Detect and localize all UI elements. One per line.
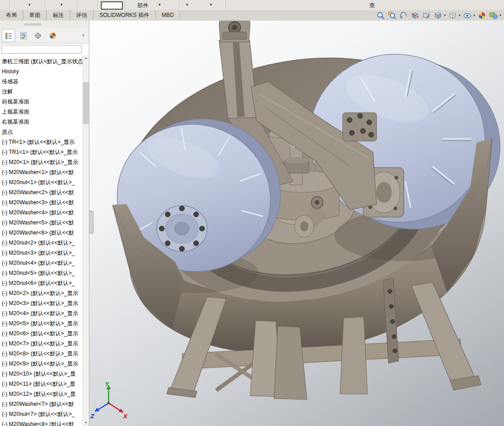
scroll-thumb[interactable] (83, 82, 89, 124)
tree-item[interactable]: 磨机三维图 (默认<默认_显示状态- (0, 56, 83, 66)
tree-item[interactable]: (-) M20nut<1> (默认<<默认>_ (0, 177, 83, 187)
flyout-caret-icon[interactable]: ▾ (60, 2, 63, 7)
triad-x-label: X (123, 413, 128, 420)
tree-item[interactable]: 前视基准面 (0, 97, 83, 107)
view-orientation-button[interactable] (434, 11, 443, 20)
tree-item[interactable]: 注解 (0, 87, 83, 97)
ribbon-tab[interactable]: MBD (156, 10, 181, 21)
display-style-button[interactable] (449, 11, 457, 20)
tree-item[interactable]: (-) M20<6> (默认<<默认>_显示 (0, 328, 83, 339)
tree-item[interactable]: (-) M20<10> (默认<<默认>_显 (0, 369, 83, 379)
tree-item[interactable]: (-) M20nut<3> (默认<<默认>_ (0, 248, 83, 258)
featuremanager-tab[interactable] (2, 29, 15, 42)
tree-item[interactable]: (-) M20<5> (默认<<默认>_显示 (0, 318, 83, 328)
heads-up-view-toolbar: ▾ ▾ ▾ ▾ (377, 11, 501, 20)
tree-item[interactable]: (-) TR1<1> (默认<<默认>_显示 (0, 147, 83, 157)
zoom-to-area-icon (388, 11, 396, 20)
ribbon-tab[interactable]: SOLIDWORKS 插件 (93, 10, 156, 21)
view-orientation-caret-icon[interactable]: ▾ (444, 13, 446, 17)
tree-item[interactable]: (-) M20<11> (默认<<默认>_显 (0, 379, 83, 389)
tree-item[interactable]: (-) M20nut<5> (默认<<默认>_ (0, 268, 83, 278)
tree-item[interactable]: (-) M20Washer<1> (默认<<默 (0, 167, 83, 177)
ribbon-tab[interactable]: 评估 (70, 10, 93, 21)
section-view-button[interactable] (411, 11, 420, 20)
tree-item[interactable]: (-) M20Washer<2> (默认<<默 (0, 187, 83, 197)
mill-assembly-model[interactable]: Y X Z (89, 21, 504, 426)
toolbar-separator (45, 1, 45, 9)
display-style-caret-icon[interactable]: ▾ (459, 13, 460, 17)
tree-item[interactable]: (-) M20Washer<4> (默认<<默 (0, 208, 83, 218)
displaymanager-tab[interactable] (46, 29, 59, 42)
flyout-caret-icon[interactable]: ▾ (186, 2, 188, 7)
tree-item[interactable]: (-) M20nut<4> (默认<<默认>_ (0, 258, 83, 268)
graphics-viewport[interactable]: Y X Z (89, 21, 504, 426)
tree-item[interactable]: (-) M20Washer<7> (默认<<默 (0, 399, 83, 409)
tree-item[interactable]: (-) TR<1> (默认<<默认>_显示 (0, 137, 83, 147)
apply-scene-caret-icon[interactable]: ▾ (499, 13, 501, 17)
wheel-hub[interactable] (157, 206, 207, 251)
tree-item[interactable]: (-) M20Washer<5> (默认<<默 (0, 218, 83, 228)
scroll-up-arrow-icon[interactable]: ▲ (83, 55, 89, 61)
tree-item[interactable]: 传感器 (0, 76, 83, 87)
configurationmanager-icon (34, 32, 42, 39)
panel-collapse-handle[interactable] (89, 211, 93, 234)
tree-item[interactable]: (-) M20nut<7> (默认<<默认>_ (0, 409, 83, 419)
hide-show-items-button[interactable] (463, 11, 472, 20)
toolbar-combo-box[interactable] (101, 1, 123, 10)
tree-item[interactable]: (-) M20<9> (默认<<默认>_显示 (0, 359, 83, 369)
configurationmanager-tab[interactable] (31, 29, 44, 42)
flyout-caret-icon[interactable]: ▾ (28, 2, 31, 7)
annotation-view-button[interactable] (422, 11, 431, 20)
toolbar-separator (77, 1, 77, 9)
view-orientation-icon (434, 11, 442, 20)
tree-item[interactable]: 右视基准面 (0, 117, 83, 127)
tree-item[interactable]: History (0, 66, 83, 76)
zoom-to-fit-button[interactable] (377, 11, 385, 20)
tree-item[interactable]: (-) M20<12> (默认<<默认>_显 (0, 389, 83, 399)
panel-splitter[interactable] (0, 21, 89, 28)
assembly-menu-item[interactable]: 部件 (137, 2, 148, 10)
flyout-caret-icon[interactable]: ▾ (210, 2, 212, 7)
splitter-grip[interactable] (24, 23, 41, 26)
tree-item[interactable]: (-) M20<4> (默认<<默认>_显示 (0, 308, 83, 318)
feature-tree: 磨机三维图 (默认<默认_显示状态-History传感器注解前视基准面上视基准面… (0, 56, 83, 426)
toolbar-separator (97, 1, 98, 9)
tree-item[interactable]: (-) M20nut<6> (默认<<默认>_ (0, 278, 83, 288)
tree-item[interactable]: (-) M20<8> (默认<<默认>_显示 (0, 349, 83, 359)
quick-access-toolbar: ▾ ▾ 部件 ▾ ▾ ▾ 查 (0, 0, 504, 11)
toolbar-separator (225, 1, 226, 9)
tree-item[interactable]: (-) M20Washer<6> (默认<<默 (0, 228, 83, 238)
display-style-icon (449, 11, 457, 20)
ribbon-tab[interactable]: 布局 (0, 10, 23, 21)
tree-filter-box[interactable] (1, 45, 82, 54)
assembly-menu-caret-icon[interactable]: ▾ (159, 2, 161, 7)
panel-tab-bar: › (0, 28, 89, 44)
solidworks-window: ▾ ▾ 部件 ▾ ▾ ▾ 查 布局草图标注评估SOLIDWORKS 插件MBD … (0, 0, 504, 426)
tree-scrollbar[interactable]: ▲ ▼ (82, 55, 89, 426)
tree-item[interactable]: (-) M20<1> (默认<<默认>_显示 (0, 157, 83, 167)
panel-expand-button[interactable]: › (80, 31, 87, 38)
previous-view-button[interactable] (400, 11, 408, 20)
apply-scene-button[interactable] (489, 11, 498, 20)
tree-item[interactable]: (-) M20<7> (默认<<默认>_显示 (0, 339, 83, 349)
zoom-to-area-button[interactable] (388, 11, 397, 20)
propertymanager-tab[interactable] (16, 29, 30, 42)
edit-appearance-button[interactable] (478, 11, 487, 20)
tree-item[interactable]: (-) M20Washer<3> (默认<<默 (0, 197, 83, 208)
annotation-view-icon (422, 11, 431, 20)
tree-item[interactable]: (-) M20<3> (默认<<默认>_显示 (0, 298, 83, 308)
tree-item[interactable]: (-) M20nut<2> (默认<<默认>_ (0, 238, 83, 248)
zoom-to-fit-icon (377, 11, 385, 20)
apply-scene-icon (489, 11, 498, 20)
hide-show-items-caret-icon[interactable]: ▾ (473, 13, 475, 17)
ribbon-tab[interactable]: 标注 (47, 10, 70, 21)
view-menu-item[interactable]: 查 (369, 2, 375, 10)
hide-show-items-icon (463, 11, 471, 20)
scroll-down-arrow-icon[interactable]: ▼ (83, 420, 89, 426)
tree-item[interactable]: 上视基准面 (0, 107, 83, 117)
tree-item[interactable]: 原点 (0, 127, 83, 137)
tree-item[interactable]: (-) M20<2> (默认<<默认>_显示 (0, 288, 83, 298)
tree-item[interactable]: (-) M20Washer<8> (默认<<默 (0, 419, 83, 426)
ribbon-tab[interactable]: 草图 (23, 10, 47, 21)
previous-view-icon (400, 11, 408, 20)
